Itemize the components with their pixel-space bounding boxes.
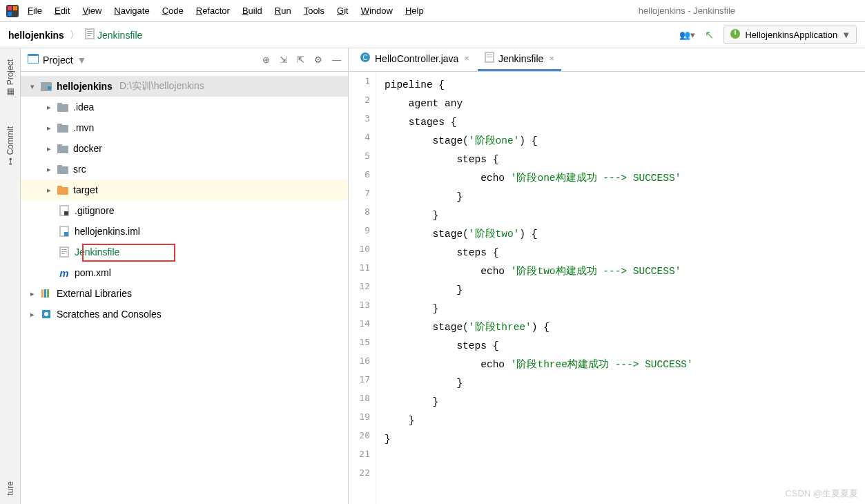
editor-body: 12345678910111213141516171819202122 pipe… <box>349 72 865 504</box>
breadcrumb-file[interactable]: Jenkinsfile <box>85 28 142 41</box>
tree-item-label: .gitignore <box>75 205 115 216</box>
file-icon <box>85 28 95 41</box>
menu-refactor[interactable]: Refactor <box>196 6 230 16</box>
tree-item-target[interactable]: target <box>21 180 348 200</box>
chevron-right-icon[interactable] <box>44 103 54 112</box>
tree-item-Jenkinsfile[interactable]: Jenkinsfile <box>21 242 348 262</box>
close-icon[interactable]: × <box>464 53 469 64</box>
settings-icon[interactable]: ⚙ <box>314 55 322 65</box>
side-tab-structure[interactable]: ture <box>3 476 18 501</box>
select-opened-file-icon[interactable]: ⊕ <box>262 55 270 65</box>
project-view-icon <box>28 54 39 66</box>
breadcrumb-project[interactable]: hellojenkins <box>8 30 64 41</box>
run-configuration-selector[interactable]: HellojenkinsApplication ▼ <box>723 26 857 44</box>
editor-tab-HelloController-java[interactable]: CHelloController.java× <box>353 48 476 71</box>
file-icon <box>58 246 70 258</box>
svg-rect-11 <box>28 56 38 63</box>
svg-rect-37 <box>44 289 46 298</box>
tree-item-label: .idea <box>73 101 94 113</box>
editor-area: CHelloController.java×Jenkinsfile× 12345… <box>349 48 865 504</box>
folder-icon <box>57 142 69 155</box>
folder-icon <box>57 122 69 134</box>
menu-items: FileEditViewNavigateCodeRefactorBuildRun… <box>28 6 424 16</box>
gutter-line: 5 <box>349 151 376 169</box>
gutter-line: 3 <box>349 113 376 132</box>
build-hammer-icon[interactable]: ↖ <box>705 28 714 41</box>
svg-rect-22 <box>57 165 62 168</box>
editor-tab-Jenkinsfile[interactable]: Jenkinsfile× <box>478 48 561 71</box>
tree-item--gitignore[interactable]: .gitignore <box>21 200 348 221</box>
chevron-right-icon[interactable] <box>44 144 54 153</box>
panel-tools: ⊕ ⇲ ⇱ ⚙ — <box>262 55 341 65</box>
tree-item-label: Jenkinsfile <box>75 246 119 258</box>
svg-rect-1 <box>8 6 12 10</box>
code-line: stage('阶段two') { <box>385 225 693 244</box>
left-tool-window-tabs: ▦ Project ⊶ Commit ture <box>0 48 21 504</box>
folder-icon <box>57 101 69 113</box>
tree-scratches[interactable]: Scratches and Consoles <box>21 304 348 324</box>
close-icon[interactable]: × <box>549 53 554 64</box>
toolbar-right: 👥▾ ↖ HellojenkinsApplication ▼ <box>679 26 857 44</box>
chevron-right-icon[interactable] <box>28 289 37 298</box>
menu-window[interactable]: Window <box>361 6 393 16</box>
hide-icon[interactable]: — <box>332 55 341 65</box>
chevron-right-icon[interactable] <box>44 186 54 195</box>
project-panel-header: Project ▼ ⊕ ⇲ ⇱ ⚙ — <box>21 48 348 72</box>
menu-run[interactable]: Run <box>275 6 291 16</box>
svg-rect-8 <box>87 35 90 36</box>
collapse-all-icon[interactable]: ⇱ <box>297 55 304 65</box>
code-line: steps { <box>385 244 693 262</box>
tree-item-pom-xml[interactable]: mpom.xml <box>21 262 348 283</box>
chevron-right-icon[interactable] <box>44 165 54 174</box>
tree-root[interactable]: hellojenkins D:\实训\hellojenkins <box>21 76 348 97</box>
gutter-line: 16 <box>349 356 376 374</box>
tree-item--idea[interactable]: .idea <box>21 97 348 117</box>
app-logo-icon <box>6 4 19 18</box>
menu-file[interactable]: File <box>28 6 42 16</box>
svg-rect-6 <box>87 31 93 32</box>
menu-navigate[interactable]: Navigate <box>114 6 149 16</box>
project-tool-window: Project ▼ ⊕ ⇲ ⇱ ⚙ — hellojenkins D:\实训\h… <box>21 48 349 504</box>
side-tab-commit-label: Commit <box>6 126 15 155</box>
side-tab-project[interactable]: ▦ Project <box>3 54 18 103</box>
gutter-line: 19 <box>349 411 376 430</box>
code-line: } <box>385 374 693 393</box>
tree-item--mvn[interactable]: .mvn <box>21 117 348 138</box>
users-icon[interactable]: 👥▾ <box>679 30 695 40</box>
menu-git[interactable]: Git <box>337 6 349 16</box>
svg-rect-45 <box>487 55 492 55</box>
menu-build[interactable]: Build <box>242 6 262 16</box>
chevron-right-icon[interactable] <box>28 310 37 319</box>
project-panel-title[interactable]: Project ▼ <box>28 54 86 66</box>
menu-code[interactable]: Code <box>162 6 184 16</box>
code-line: steps { <box>385 151 693 169</box>
expand-all-icon[interactable]: ⇲ <box>280 55 287 65</box>
tab-icon <box>485 52 494 65</box>
code-line: agent any <box>385 95 693 113</box>
tree-item-src[interactable]: src <box>21 159 348 180</box>
menu-help[interactable]: Help <box>405 6 424 16</box>
menu-tools[interactable]: Tools <box>304 6 324 16</box>
file-icon <box>58 204 70 217</box>
gutter-line: 9 <box>349 225 376 244</box>
svg-rect-3 <box>8 12 12 16</box>
chevron-down-icon[interactable] <box>28 82 37 91</box>
svg-rect-18 <box>57 124 62 126</box>
tree-item-docker[interactable]: docker <box>21 138 348 159</box>
svg-rect-34 <box>61 251 67 252</box>
editor-code[interactable]: pipeline { agent any stages { stage('阶段o… <box>376 72 693 504</box>
tree-item-label: src <box>73 164 86 175</box>
tree-item-hellojenkins-iml[interactable]: hellojenkins.iml <box>21 221 348 242</box>
svg-rect-24 <box>57 186 62 188</box>
menu-edit[interactable]: Edit <box>55 6 70 16</box>
tree-external-libraries[interactable]: External Libraries <box>21 283 348 304</box>
svg-rect-46 <box>487 57 492 57</box>
folder-icon <box>57 163 69 175</box>
chevron-right-icon[interactable] <box>44 124 54 133</box>
code-line: echo '阶段one构建成功 ---> SUCCESS' <box>385 169 693 188</box>
code-line: stages { <box>385 113 693 132</box>
side-tab-commit[interactable]: ⊶ Commit <box>3 121 18 171</box>
menu-view[interactable]: View <box>82 6 101 16</box>
gutter-line: 17 <box>349 374 376 393</box>
svg-rect-38 <box>47 289 49 298</box>
